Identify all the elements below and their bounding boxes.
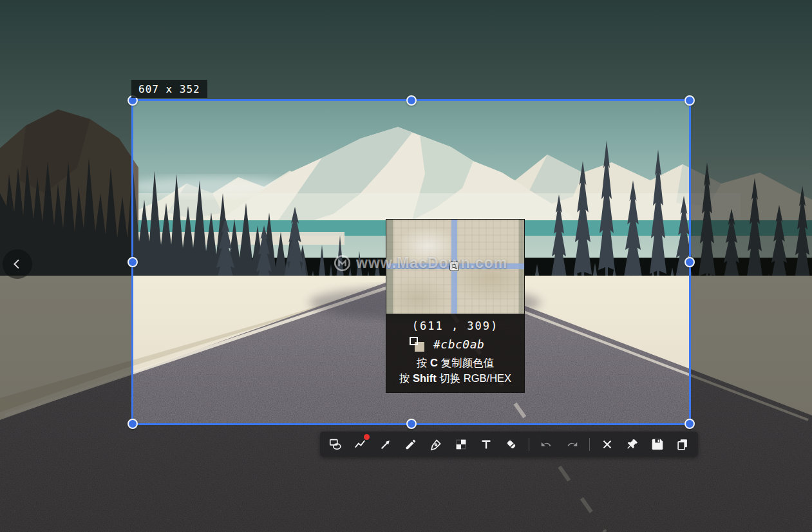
- color-hex-value: #cbc0ab: [433, 337, 484, 351]
- collapse-panel-button[interactable]: [3, 249, 32, 279]
- hotkey-shift: Shift: [413, 372, 437, 384]
- arrow-icon: [379, 437, 393, 451]
- color-row: #cbc0ab: [392, 332, 519, 355]
- polyline-tool-button[interactable]: [351, 435, 370, 454]
- close-icon: [600, 437, 614, 451]
- resize-handle-middle-right[interactable]: [685, 257, 695, 267]
- toolbar-separator: [589, 438, 590, 451]
- chevron-left-icon: [10, 257, 24, 271]
- eraser-tool-button[interactable]: [502, 435, 521, 454]
- picked-color-swatch-outline: [410, 337, 418, 345]
- annotation-toolbar: [320, 432, 698, 457]
- cancel-button[interactable]: [598, 435, 617, 454]
- marker-tool-button[interactable]: [426, 435, 446, 454]
- undo-button[interactable]: [537, 435, 556, 454]
- pin-icon: [625, 437, 639, 451]
- hint-text: 切换 RGB/HEX: [437, 372, 511, 384]
- eraser-icon: [504, 437, 518, 451]
- shape-tool-button[interactable]: [326, 435, 345, 454]
- resize-handle-bottom-right[interactable]: [685, 419, 695, 429]
- resize-handle-middle-left[interactable]: [127, 257, 138, 267]
- save-icon: [650, 437, 665, 451]
- selection-size-badge: 607 x 352: [131, 80, 207, 98]
- cursor-coordinates: (611 , 309): [392, 319, 519, 332]
- magnifier-info: (611 , 309) #cbc0ab 按 C 复制颜色值 按 Shift 切换…: [386, 314, 524, 392]
- redo-icon: [565, 437, 579, 451]
- picked-color-swatch: [410, 337, 424, 352]
- hotkey-c: C: [430, 357, 438, 368]
- hint-text: 复制颜色值: [438, 357, 494, 368]
- save-button[interactable]: [648, 435, 667, 454]
- watermark-text: www.MacDown.com: [356, 254, 507, 272]
- pencil-tool-button[interactable]: [401, 435, 420, 454]
- copy-icon: [675, 437, 690, 451]
- undo-icon: [540, 437, 554, 451]
- marker-icon: [429, 437, 443, 451]
- pin-button[interactable]: [623, 435, 642, 454]
- pencil-icon: [404, 437, 418, 451]
- rect-ellipse-icon: [328, 437, 343, 451]
- watermark: www.MacDown.com: [334, 254, 507, 272]
- toolbar-separator: [529, 438, 529, 451]
- copy-button[interactable]: [673, 435, 692, 454]
- mosaic-icon: [454, 437, 468, 451]
- resize-handle-top-middle[interactable]: [406, 95, 417, 106]
- text-tool-button[interactable]: [477, 435, 496, 454]
- mosaic-tool-button[interactable]: [451, 435, 471, 454]
- hint-text: 按: [417, 357, 430, 368]
- active-color-dot: [364, 434, 370, 440]
- text-icon: [479, 437, 493, 451]
- copy-color-hint: 按 C 复制颜色值: [392, 355, 519, 370]
- resize-handle-bottom-middle[interactable]: [406, 419, 417, 429]
- macdown-logo-icon: [334, 254, 351, 272]
- redo-button[interactable]: [562, 435, 581, 454]
- toggle-format-hint: 按 Shift 切换 RGB/HEX: [392, 370, 519, 386]
- magnifier-panel: (611 , 309) #cbc0ab 按 C 复制颜色值 按 Shift 切换…: [386, 219, 525, 393]
- arrow-tool-button[interactable]: [376, 435, 395, 454]
- resize-handle-top-right[interactable]: [685, 95, 695, 106]
- resize-handle-bottom-left[interactable]: [127, 419, 138, 429]
- hint-text: 按: [399, 372, 413, 384]
